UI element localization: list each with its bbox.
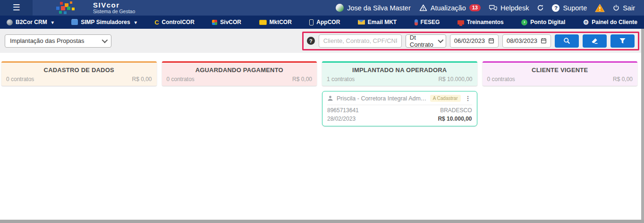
column-title: IMPLANTADO NA OPERADORA bbox=[327, 66, 473, 74]
column-header[interactable]: IMPLANTADO NA OPERADORA 1 contratos R$ 1… bbox=[322, 61, 477, 86]
calendar-icon bbox=[541, 38, 547, 44]
refresh-button[interactable] bbox=[535, 4, 546, 11]
filter-button[interactable] bbox=[610, 34, 635, 48]
mktcor-icon bbox=[259, 20, 267, 25]
brand-title: SIVcor bbox=[93, 1, 135, 8]
nav-ponto-digital[interactable]: Ponto Digital bbox=[521, 19, 565, 25]
ponto-digital-icon bbox=[521, 19, 527, 25]
column-title: CADASTRO DE DADOS bbox=[6, 66, 152, 74]
b2cor-crm-icon bbox=[7, 19, 13, 25]
atualizacao-menu[interactable]: Atualização 13 bbox=[417, 4, 483, 12]
user-name: Jose da Silva Master bbox=[347, 4, 411, 12]
nav-controlcor[interactable]: ControlCOR bbox=[154, 19, 195, 25]
nav-sivcor[interactable]: SivCOR bbox=[212, 19, 241, 25]
column-aguardando-pagamento: AGUARDANDO PAGAMENTO 0 contratos R$ 0,00 bbox=[162, 61, 317, 86]
kebab-menu-icon[interactable]: ⋮ bbox=[464, 95, 472, 102]
search-input[interactable] bbox=[319, 34, 402, 48]
nav-label-appcor: AppCOR bbox=[316, 19, 340, 25]
feseg-mic-icon bbox=[415, 19, 418, 25]
chevron-down-icon bbox=[102, 37, 108, 43]
question-circle-icon bbox=[552, 4, 559, 12]
topbar-actions: Jose da Silva Master Atualização 13 Help… bbox=[333, 4, 644, 12]
nav-feseg[interactable]: FESEG bbox=[415, 19, 440, 25]
warning-filled-icon bbox=[595, 4, 605, 12]
vertical-scrollbar[interactable] bbox=[641, 29, 644, 220]
kanban-board: CADASTRO DE DADOS 0 contratos R$ 0,00 AG… bbox=[0, 53, 644, 126]
sivcor-icon bbox=[212, 20, 217, 25]
helpdesk-label: Helpdesk bbox=[500, 4, 529, 12]
warning-outline-icon bbox=[419, 4, 427, 11]
card-operator: BRADESCO bbox=[440, 107, 472, 114]
search-icon bbox=[563, 37, 570, 44]
nav-label-email-mkt: Email MKT bbox=[368, 19, 397, 25]
nav-label-treinamentos: Treinamentos bbox=[467, 19, 504, 25]
nav-mktcor[interactable]: MktCOR bbox=[259, 19, 292, 25]
column-count: 1 contratos bbox=[327, 76, 355, 83]
calendar-icon bbox=[488, 38, 494, 44]
nav-painel-do-cliente[interactable]: Painel do Cliente bbox=[583, 19, 637, 25]
brand-subtitle: Sistema de Gestao bbox=[93, 8, 135, 14]
helpdesk-menu[interactable]: Helpdesk bbox=[487, 4, 531, 12]
nav-simp-simuladores[interactable]: SIMP Simuladores ▾ bbox=[71, 19, 137, 25]
gear-icon bbox=[583, 19, 589, 25]
column-header[interactable]: CADASTRO DE DADOS 0 contratos R$ 0,00 bbox=[1, 61, 157, 86]
date-type-value: Dt Contrato bbox=[410, 34, 434, 48]
chat-icon bbox=[489, 5, 497, 11]
funnel-icon bbox=[619, 37, 626, 44]
date-from-input[interactable]: 06/02/2023 bbox=[450, 34, 499, 48]
nav-appcor[interactable]: AppCOR bbox=[309, 19, 340, 25]
date-to-input[interactable]: 08/03/2023 bbox=[502, 34, 551, 48]
clear-button[interactable] bbox=[583, 34, 607, 48]
topbar: ☰ SIVcor Sistema de Gestao Jose da Silva… bbox=[0, 0, 644, 16]
nav-b2cor-crm[interactable]: B2Cor CRM ▾ bbox=[7, 19, 54, 25]
hamburger-icon: ☰ bbox=[12, 3, 20, 12]
date-type-select[interactable]: Dt Contrato bbox=[406, 34, 446, 48]
column-cliente-vigente: CLIENTE VIGENTE 0 contratos R$ 0,00 bbox=[483, 61, 638, 86]
column-total: R$ 0,00 bbox=[613, 76, 633, 83]
column-header[interactable]: CLIENTE VIGENTE 0 contratos R$ 0,00 bbox=[483, 61, 638, 86]
chevron-down-icon bbox=[438, 37, 444, 43]
contract-card[interactable]: Priscila - Corretora Integral Admin... A… bbox=[322, 91, 477, 126]
suporte-menu[interactable]: Suporte bbox=[550, 4, 589, 12]
search-button[interactable] bbox=[555, 34, 579, 48]
nav-label-painel: Painel do Cliente bbox=[592, 19, 637, 25]
column-count: 0 contratos bbox=[167, 76, 195, 83]
nav-label-controlcor: ControlCOR bbox=[162, 19, 195, 25]
date-to-value: 08/03/2023 bbox=[507, 37, 537, 44]
module-nav: B2Cor CRM ▾ SIMP Simuladores ▾ ControlCO… bbox=[0, 16, 644, 29]
status-badge: A Cadastrar bbox=[430, 95, 461, 102]
column-count: 0 contratos bbox=[6, 76, 34, 83]
help-icon[interactable] bbox=[307, 37, 315, 45]
nav-label-feseg: FESEG bbox=[421, 19, 440, 25]
column-implantado-na-operadora: IMPLANTADO NA OPERADORA 1 contratos R$ 1… bbox=[322, 61, 477, 126]
date-from-value: 06/02/2023 bbox=[454, 37, 485, 44]
simp-simuladores-icon bbox=[71, 20, 78, 25]
nav-treinamentos[interactable]: Treinamentos bbox=[458, 19, 504, 25]
avatar bbox=[336, 4, 344, 12]
card-contract-number: 8965713641 bbox=[327, 107, 359, 114]
brand[interactable]: SIVcor Sistema de Gestao bbox=[55, 1, 135, 14]
column-count: 0 contratos bbox=[487, 76, 515, 83]
board-select[interactable]: Implantação das Propostas bbox=[5, 34, 111, 48]
email-envelope-icon bbox=[358, 20, 365, 25]
nav-label-sivcor: SivCOR bbox=[220, 19, 241, 25]
column-total: R$ 0,00 bbox=[132, 76, 152, 83]
treinamentos-monitor-icon bbox=[458, 20, 464, 25]
horizontal-scrollbar[interactable] bbox=[0, 220, 644, 223]
alert-button[interactable] bbox=[593, 4, 607, 12]
sair-label: Sair bbox=[623, 4, 635, 12]
user-menu[interactable]: Jose da Silva Master bbox=[333, 4, 413, 12]
column-title: AGUARDANDO PAGAMENTO bbox=[167, 66, 313, 74]
column-total: R$ 10.000,00 bbox=[438, 76, 472, 83]
sair-menu[interactable]: Sair bbox=[610, 4, 637, 12]
caret-down-icon: ▾ bbox=[51, 20, 54, 25]
caret-down-icon: ▾ bbox=[135, 20, 137, 25]
column-header[interactable]: AGUARDANDO PAGAMENTO 0 contratos R$ 0,00 bbox=[162, 61, 317, 86]
nav-label-simp: SIMP Simuladores bbox=[81, 19, 130, 25]
nav-email-mkt[interactable]: Email MKT bbox=[358, 19, 397, 25]
menu-toggle-button[interactable]: ☰ bbox=[0, 0, 33, 16]
nav-label-b2cor: B2Cor CRM bbox=[16, 19, 47, 25]
card-client-name: Priscila - Corretora Integral Admin... bbox=[337, 95, 427, 102]
filter-row: Implantação das Propostas Dt Contrato 06… bbox=[0, 29, 644, 53]
appcor-phone-icon bbox=[309, 19, 314, 25]
